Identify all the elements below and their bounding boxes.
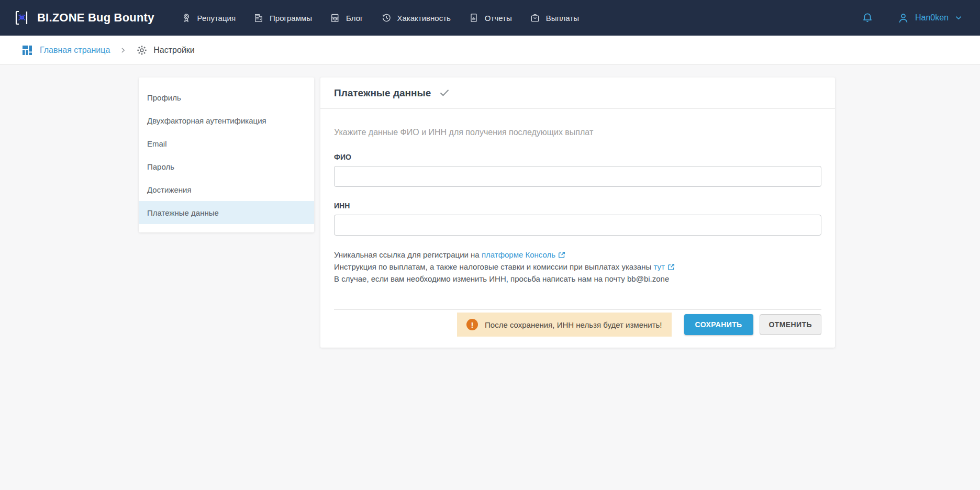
user-icon	[897, 12, 910, 25]
external-link-icon[interactable]	[667, 262, 675, 273]
sidebar-item-label: Профиль	[147, 93, 181, 102]
sidebar-item-label: Платежные данные	[147, 208, 219, 217]
info-text: Инструкция по выплатам, а также налоговы…	[334, 262, 653, 271]
nav-item-payouts[interactable]: Выплаты	[521, 0, 588, 36]
building-icon	[253, 13, 264, 23]
sidebar-item-label: Пароль	[147, 162, 174, 171]
sidebar-item-email[interactable]: Email	[139, 132, 314, 155]
warning-text: После сохранения, ИНН нельзя будет измен…	[485, 320, 662, 329]
console-platform-link[interactable]: платформе Консоль	[482, 250, 555, 259]
breadcrumb-current-label: Настройки	[153, 46, 194, 55]
sidebar-item-2fa[interactable]: Двухфакторная аутентификация	[139, 109, 314, 132]
main-nav: Репутация Программы Блог	[172, 0, 588, 36]
cancel-button[interactable]: ОТМЕНИТЬ	[760, 314, 821, 335]
nav-item-label: Репутация	[197, 14, 236, 23]
sidebar-item-label: Двухфакторная аутентификация	[147, 116, 266, 125]
bug-logo-icon	[13, 9, 30, 27]
breadcrumb-current: Настройки	[136, 44, 194, 56]
nav-item-label: Выплаты	[546, 14, 579, 23]
check-icon	[439, 87, 450, 99]
medal-icon	[181, 13, 192, 23]
nav-item-label: Отчеты	[485, 14, 512, 23]
user-menu[interactable]: Han0ken	[897, 12, 963, 25]
breadcrumb-home-link[interactable]: Главная страница	[21, 44, 110, 57]
username: Han0ken	[915, 13, 949, 23]
sidebar-item-label: Email	[147, 139, 167, 148]
panel-description: Укажите данные ФИО и ИНН для получения п…	[334, 128, 821, 137]
briefcase-icon	[530, 13, 540, 23]
newspaper-icon	[330, 13, 340, 23]
nav-item-label: Хакактивность	[397, 14, 451, 23]
settings-sidebar: Профиль Двухфакторная аутентификация Ema…	[139, 77, 314, 232]
info-line-console: Уникальная ссылка для регистрации на пла…	[334, 249, 821, 261]
panel-footer: ! После сохранения, ИНН нельзя будет изм…	[334, 310, 821, 337]
app-logo[interactable]: BI.ZONE Bug Bounty	[13, 9, 154, 27]
info-block: Уникальная ссылка для регистрации на пла…	[334, 249, 821, 284]
breadcrumb: Главная страница Настройки	[0, 36, 980, 65]
sidebar-item-label: Достижения	[147, 185, 192, 194]
content-area: Профиль Двухфакторная аутентификация Ema…	[0, 65, 980, 490]
nav-item-reputation[interactable]: Репутация	[172, 0, 244, 36]
inn-warning-banner: ! После сохранения, ИНН нельзя будет изм…	[457, 313, 671, 337]
sidebar-item-payment-data[interactable]: Платежные данные	[139, 201, 314, 224]
sidebar-item-password[interactable]: Пароль	[139, 155, 314, 178]
payment-data-panel: Платежные данные Укажите данные ФИО и ИН…	[320, 77, 835, 348]
inn-input[interactable]	[334, 215, 821, 236]
report-icon	[469, 13, 479, 23]
panel-title: Платежные данные	[334, 87, 431, 99]
history-icon	[381, 13, 392, 23]
sidebar-item-achievements[interactable]: Достижения	[139, 178, 314, 201]
breadcrumb-home-label: Главная страница	[40, 46, 110, 55]
nav-item-reports[interactable]: Отчеты	[460, 0, 521, 36]
sidebar-item-profile[interactable]: Профиль	[139, 86, 314, 109]
nav-item-label: Блог	[346, 14, 363, 23]
gear-icon	[136, 44, 148, 56]
external-link-icon[interactable]	[558, 250, 565, 261]
fio-input[interactable]	[334, 166, 821, 187]
info-text: Уникальная ссылка для регистрации на	[334, 250, 482, 259]
save-button[interactable]: СОХРАНИТЬ	[684, 314, 753, 335]
nav-item-blog[interactable]: Блог	[321, 0, 372, 36]
notifications-bell-icon[interactable]	[861, 12, 874, 24]
warning-icon: !	[466, 319, 478, 330]
inn-label: ИНН	[334, 202, 821, 210]
nav-item-label: Программы	[270, 14, 312, 23]
nav-item-programs[interactable]: Программы	[244, 0, 321, 36]
chevron-down-icon	[954, 13, 963, 23]
nav-right: Han0ken	[861, 12, 967, 25]
chevron-right-icon	[119, 47, 127, 54]
top-nav: BI.ZONE Bug Bounty Репутация Программы	[0, 0, 980, 36]
fio-label: ФИО	[334, 153, 821, 161]
info-line-change-inn: В случае, если вам необходимо изменить И…	[334, 273, 821, 284]
info-line-instructions: Инструкция по выплатам, а также налоговы…	[334, 261, 821, 273]
logo-text: BI.ZONE Bug Bounty	[37, 11, 154, 25]
panel-header: Платежные данные	[320, 77, 835, 109]
nav-item-hackactivity[interactable]: Хакактивность	[372, 0, 460, 36]
panel-body: Укажите данные ФИО и ИНН для получения п…	[320, 109, 835, 348]
dashboard-icon	[21, 44, 34, 57]
payout-instructions-link[interactable]: тут	[653, 262, 664, 271]
